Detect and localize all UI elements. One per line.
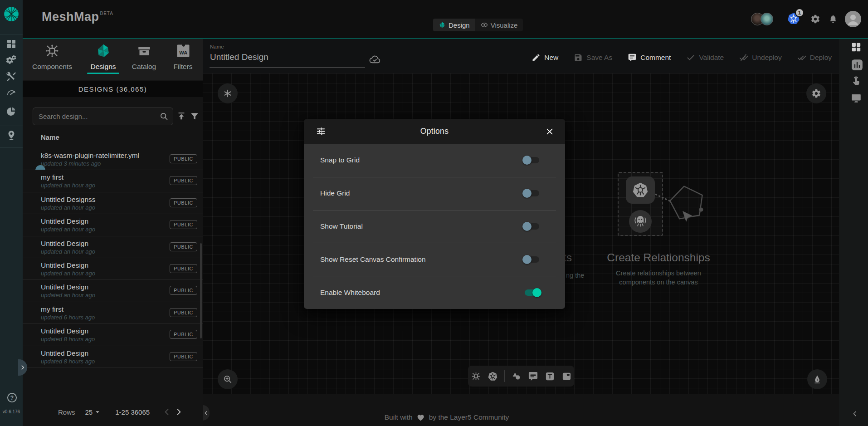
zoom-button[interactable]	[218, 369, 238, 389]
design-row[interactable]: my first updated 6 hours ago PUBLIC	[23, 302, 203, 324]
options-list: Snap to Grid Hide Grid Show Tutorial Sho…	[304, 144, 565, 309]
context-count-badge: 1	[795, 8, 804, 17]
design-updated: updated an hour ago	[41, 226, 95, 233]
new-button[interactable]: New	[532, 53, 558, 62]
design-row[interactable]: k8s-wasm-plugin-ratelimiter.yml updated …	[23, 148, 203, 170]
canvas-settings-button[interactable]	[806, 83, 826, 103]
mode-tab-design[interactable]: Design	[433, 19, 475, 31]
design-name-input[interactable]	[210, 52, 360, 62]
section-title: DESIGNS (36,065)	[23, 81, 203, 97]
collapse-right-rail-button[interactable]	[851, 410, 858, 417]
toggle-snap-to-grid[interactable]	[523, 156, 541, 165]
analytics-icon[interactable]	[850, 58, 864, 72]
svg-text:WA: WA	[179, 50, 187, 55]
pen-tool-button[interactable]	[807, 369, 827, 389]
design-row[interactable]: Untitled Design updated an hour ago PUBL…	[23, 280, 203, 302]
design-name: k8s-wasm-plugin-ratelimiter.yml	[41, 152, 139, 160]
close-icon[interactable]	[545, 127, 554, 136]
eye-icon	[481, 21, 488, 29]
deploy-icon	[797, 53, 806, 62]
kubernetes-icon	[632, 181, 649, 199]
extensions-icon[interactable]	[6, 106, 17, 117]
wasm-icon: WA	[175, 43, 191, 59]
next-page-button[interactable]	[174, 407, 183, 416]
canvas-toolbar: NewSave AsCommentValidateUndeployDeploy	[532, 51, 832, 64]
chevron-left-icon	[203, 410, 209, 416]
toggle-hide-grid[interactable]	[523, 189, 541, 198]
toggle-enable-whiteboard[interactable]	[523, 288, 541, 297]
display-icon[interactable]	[850, 92, 862, 104]
chevron-right-icon	[20, 364, 26, 371]
tab-designs[interactable]: Designs	[82, 39, 125, 80]
onboarding-relationship-shape	[654, 180, 713, 239]
panel-tabs: ComponentsDesignsCatalogWAFilters	[23, 39, 203, 80]
squid-icon	[633, 214, 648, 229]
option-label: Hide Grid	[320, 189, 523, 197]
performance-icon[interactable]	[6, 87, 17, 98]
import-design-icon[interactable]	[176, 111, 186, 121]
design-row[interactable]: Untitled Designss updated an hour ago PU…	[23, 192, 203, 214]
heart-icon	[416, 413, 425, 422]
rows-per-page-select[interactable]: 25	[85, 408, 102, 416]
design-name: Untitled Design	[41, 327, 88, 335]
design-row[interactable]: Untitled Design updated 8 hours ago PUBL…	[23, 346, 203, 368]
help-button[interactable]: ?	[6, 392, 18, 403]
divider	[504, 370, 505, 382]
design-updated: updated 8 hours ago	[41, 336, 95, 343]
meshsync-node	[629, 210, 652, 233]
search-icon[interactable]	[159, 112, 169, 121]
meshery-logo-icon[interactable]	[3, 5, 20, 23]
comment-button[interactable]: Comment	[628, 53, 671, 62]
design-row[interactable]: Untitled Design updated an hour ago PUBL…	[23, 236, 203, 258]
design-name: Untitled Design	[41, 283, 88, 291]
scrollbar[interactable]	[200, 243, 202, 338]
design-row[interactable]: my first updated an hour ago PUBLIC	[23, 170, 203, 192]
footer-credit: Built with by the Layer5 Community	[385, 413, 509, 422]
mode-tab-visualize[interactable]: Visualize	[475, 19, 523, 31]
visibility-badge: PUBLIC	[170, 176, 197, 185]
shapes-tool-icon[interactable]	[511, 371, 522, 382]
left-nav-rail: ? v0.6.176	[0, 0, 23, 426]
kubernetes-tool-icon[interactable]	[488, 371, 498, 382]
avatar[interactable]	[761, 13, 773, 25]
toggle-show-reset-canvas-confirmation[interactable]	[523, 255, 541, 264]
settings-gear-icon[interactable]	[810, 14, 820, 24]
configuration-icon[interactable]	[6, 71, 17, 82]
collaborator-avatars	[751, 13, 773, 25]
media-tool-icon[interactable]	[561, 371, 572, 382]
column-header-name: Name	[41, 133, 59, 141]
svg-text:?: ?	[10, 395, 14, 401]
modal-title: Options	[304, 127, 565, 136]
lifecycle-icon[interactable]	[6, 55, 17, 66]
canvas-dock	[468, 366, 574, 387]
text-tool-icon[interactable]	[545, 371, 555, 382]
option-label: Show Tutorial	[320, 222, 523, 230]
toggle-show-tutorial[interactable]	[523, 222, 541, 231]
components-tool-icon[interactable]	[471, 371, 481, 382]
search-input[interactable]	[33, 108, 173, 125]
asterisk-icon	[223, 88, 233, 98]
apps-grid-icon[interactable]	[850, 41, 862, 53]
option-row: Snap to Grid	[304, 144, 565, 177]
option-label: Enable Whiteboard	[320, 289, 523, 297]
prev-page-button[interactable]	[162, 407, 171, 416]
meshmap-app: ? v0.6.176 MeshMapBETA DesignVisualize 1…	[0, 0, 868, 426]
floppy-icon	[574, 53, 583, 62]
dashboard-icon[interactable]	[6, 39, 17, 49]
filter-icon[interactable]	[190, 111, 200, 121]
notifications-bell-icon[interactable]	[828, 14, 838, 24]
comment-tool-icon[interactable]	[528, 371, 538, 382]
rows-label: Rows	[58, 408, 75, 416]
design-row[interactable]: Untitled Design updated an hour ago PUBL…	[23, 214, 203, 236]
tab-filters[interactable]: WAFilters	[163, 39, 203, 80]
tab-catalog[interactable]: Catalog	[125, 39, 163, 80]
design-updated: updated 3 minutes ago	[41, 160, 101, 167]
meshmap-pin-icon[interactable]	[6, 130, 17, 141]
design-row[interactable]: Untitled Design updated 8 hours ago PUBL…	[23, 324, 203, 346]
interaction-icon[interactable]	[850, 75, 862, 87]
canvas-loader-button[interactable]	[218, 83, 238, 103]
design-row[interactable]: Untitled Design updated an hour ago PUBL…	[23, 258, 203, 280]
user-avatar[interactable]	[845, 11, 861, 27]
tab-components[interactable]: Components	[23, 39, 82, 80]
collapse-panel-button[interactable]	[203, 405, 210, 421]
